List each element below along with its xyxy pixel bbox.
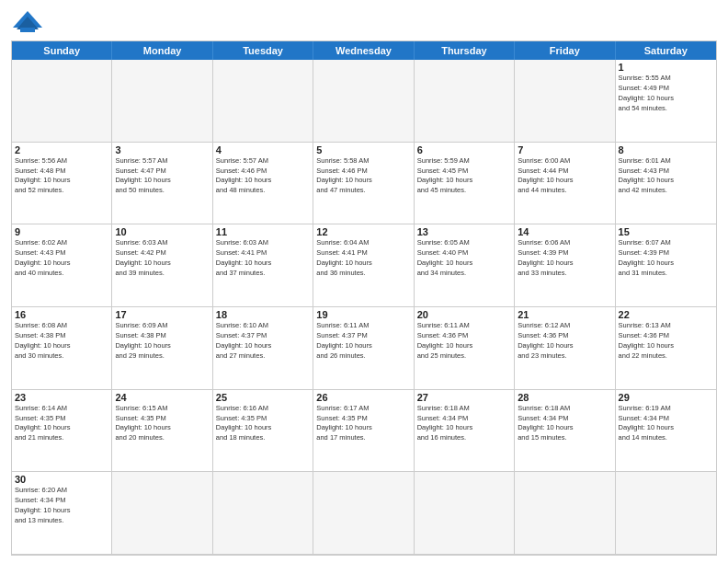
cell-number: 1 (619, 62, 713, 73)
header (11, 9, 717, 35)
cell-number: 22 (619, 309, 713, 320)
day-header-wednesday: Wednesday (313, 41, 414, 60)
cell-number: 7 (518, 144, 611, 155)
calendar-cell: 23Sunrise: 6:14 AM Sunset: 4:35 PM Dayli… (12, 390, 112, 473)
calendar-cell: 11Sunrise: 6:03 AM Sunset: 4:41 PM Dayli… (213, 224, 313, 307)
calendar-grid: 1Sunrise: 5:55 AM Sunset: 4:49 PM Daylig… (12, 60, 716, 555)
calendar-cell: 2Sunrise: 5:56 AM Sunset: 4:48 PM Daylig… (12, 143, 112, 225)
cell-info: Sunrise: 6:10 AM Sunset: 4:37 PM Dayligh… (216, 321, 310, 362)
calendar-cell: 30Sunrise: 6:20 AM Sunset: 4:34 PM Dayli… (12, 472, 112, 555)
calendar-cell: 27Sunrise: 6:18 AM Sunset: 4:34 PM Dayli… (415, 390, 515, 473)
cell-number: 5 (316, 144, 410, 155)
calendar-cell: 16Sunrise: 6:08 AM Sunset: 4:38 PM Dayli… (12, 307, 112, 390)
calendar-cell: 22Sunrise: 6:13 AM Sunset: 4:36 PM Dayli… (616, 307, 716, 390)
calendar-cell: 3Sunrise: 5:57 AM Sunset: 4:47 PM Daylig… (112, 143, 212, 225)
day-header-thursday: Thursday (415, 41, 515, 60)
cell-number: 27 (417, 392, 511, 403)
cell-info: Sunrise: 5:58 AM Sunset: 4:46 PM Dayligh… (316, 156, 410, 197)
cell-info: Sunrise: 6:03 AM Sunset: 4:42 PM Dayligh… (115, 238, 209, 279)
cell-number: 28 (518, 392, 611, 403)
calendar: SundayMondayTuesdayWednesdayThursdayFrid… (11, 40, 717, 556)
cell-number: 19 (316, 309, 410, 320)
cell-info: Sunrise: 6:08 AM Sunset: 4:38 PM Dayligh… (15, 321, 108, 362)
cell-number: 15 (619, 226, 713, 237)
calendar-cell: 19Sunrise: 6:11 AM Sunset: 4:37 PM Dayli… (313, 307, 414, 390)
cell-number: 8 (619, 144, 713, 155)
calendar-cell (415, 60, 515, 143)
cell-number: 18 (216, 309, 310, 320)
calendar-cell: 26Sunrise: 6:17 AM Sunset: 4:35 PM Dayli… (313, 390, 414, 473)
cell-number: 11 (216, 226, 310, 237)
cell-info: Sunrise: 6:09 AM Sunset: 4:38 PM Dayligh… (115, 321, 209, 362)
cell-info: Sunrise: 6:11 AM Sunset: 4:37 PM Dayligh… (316, 321, 410, 362)
day-header-monday: Monday (112, 41, 212, 60)
day-headers: SundayMondayTuesdayWednesdayThursdayFrid… (12, 41, 716, 60)
calendar-cell: 9Sunrise: 6:02 AM Sunset: 4:43 PM Daylig… (12, 224, 112, 307)
cell-info: Sunrise: 5:55 AM Sunset: 4:49 PM Dayligh… (619, 74, 713, 114)
cell-number: 14 (518, 226, 611, 237)
cell-info: Sunrise: 6:20 AM Sunset: 4:34 PM Dayligh… (15, 486, 108, 526)
cell-info: Sunrise: 6:13 AM Sunset: 4:36 PM Dayligh… (619, 321, 713, 362)
cell-number: 20 (417, 309, 511, 320)
calendar-cell: 20Sunrise: 6:11 AM Sunset: 4:36 PM Dayli… (415, 307, 515, 390)
cell-number: 6 (417, 144, 511, 155)
calendar-cell (12, 60, 112, 143)
calendar-cell: 10Sunrise: 6:03 AM Sunset: 4:42 PM Dayli… (112, 224, 212, 307)
calendar-cell (313, 60, 414, 143)
cell-info: Sunrise: 6:04 AM Sunset: 4:41 PM Dayligh… (316, 238, 410, 279)
cell-number: 29 (619, 392, 713, 403)
calendar-cell (112, 472, 212, 555)
calendar-cell: 18Sunrise: 6:10 AM Sunset: 4:37 PM Dayli… (213, 307, 313, 390)
cell-info: Sunrise: 6:03 AM Sunset: 4:41 PM Dayligh… (216, 238, 310, 279)
calendar-cell: 6Sunrise: 5:59 AM Sunset: 4:45 PM Daylig… (415, 143, 515, 225)
cell-number: 10 (115, 226, 209, 237)
calendar-cell: 29Sunrise: 6:19 AM Sunset: 4:34 PM Dayli… (616, 390, 716, 473)
calendar-cell (112, 60, 212, 143)
cell-number: 13 (417, 226, 511, 237)
cell-number: 17 (115, 309, 209, 320)
calendar-cell (313, 472, 414, 555)
cell-number: 4 (216, 144, 310, 155)
cell-number: 25 (216, 392, 310, 403)
cell-info: Sunrise: 6:18 AM Sunset: 4:34 PM Dayligh… (518, 404, 611, 444)
cell-number: 3 (115, 144, 209, 155)
calendar-cell: 1Sunrise: 5:55 AM Sunset: 4:49 PM Daylig… (616, 60, 716, 143)
cell-number: 16 (15, 309, 108, 320)
cell-number: 23 (15, 392, 108, 403)
day-header-sunday: Sunday (12, 41, 112, 60)
day-header-tuesday: Tuesday (213, 41, 313, 60)
cell-number: 2 (15, 144, 108, 155)
calendar-cell: 13Sunrise: 6:05 AM Sunset: 4:40 PM Dayli… (415, 224, 515, 307)
cell-info: Sunrise: 5:57 AM Sunset: 4:47 PM Dayligh… (115, 156, 209, 197)
calendar-cell: 12Sunrise: 6:04 AM Sunset: 4:41 PM Dayli… (313, 224, 414, 307)
calendar-cell (515, 472, 615, 555)
calendar-cell: 4Sunrise: 5:57 AM Sunset: 4:46 PM Daylig… (213, 143, 313, 225)
day-header-saturday: Saturday (616, 41, 716, 60)
cell-number: 26 (316, 392, 410, 403)
cell-info: Sunrise: 6:15 AM Sunset: 4:35 PM Dayligh… (115, 404, 209, 444)
calendar-cell: 7Sunrise: 6:00 AM Sunset: 4:44 PM Daylig… (515, 143, 615, 225)
cell-info: Sunrise: 6:16 AM Sunset: 4:35 PM Dayligh… (216, 404, 310, 444)
cell-info: Sunrise: 6:07 AM Sunset: 4:39 PM Dayligh… (619, 238, 713, 279)
cell-info: Sunrise: 6:14 AM Sunset: 4:35 PM Dayligh… (15, 404, 108, 444)
cell-info: Sunrise: 6:17 AM Sunset: 4:35 PM Dayligh… (316, 404, 410, 444)
cell-info: Sunrise: 5:56 AM Sunset: 4:48 PM Dayligh… (15, 156, 108, 197)
calendar-cell: 5Sunrise: 5:58 AM Sunset: 4:46 PM Daylig… (313, 143, 414, 225)
calendar-cell: 28Sunrise: 6:18 AM Sunset: 4:34 PM Dayli… (515, 390, 615, 473)
svg-rect-2 (20, 28, 35, 32)
cell-number: 9 (15, 226, 108, 237)
calendar-cell: 8Sunrise: 6:01 AM Sunset: 4:43 PM Daylig… (616, 143, 716, 225)
cell-info: Sunrise: 6:18 AM Sunset: 4:34 PM Dayligh… (417, 404, 511, 444)
calendar-cell: 17Sunrise: 6:09 AM Sunset: 4:38 PM Dayli… (112, 307, 212, 390)
page: SundayMondayTuesdayWednesdayThursdayFrid… (0, 0, 728, 563)
cell-info: Sunrise: 6:11 AM Sunset: 4:36 PM Dayligh… (417, 321, 511, 362)
cell-info: Sunrise: 5:59 AM Sunset: 4:45 PM Dayligh… (417, 156, 511, 197)
cell-number: 12 (316, 226, 410, 237)
calendar-cell: 25Sunrise: 6:16 AM Sunset: 4:35 PM Dayli… (213, 390, 313, 473)
cell-info: Sunrise: 6:06 AM Sunset: 4:39 PM Dayligh… (518, 238, 611, 279)
calendar-cell: 15Sunrise: 6:07 AM Sunset: 4:39 PM Dayli… (616, 224, 716, 307)
day-header-friday: Friday (515, 41, 615, 60)
calendar-cell: 21Sunrise: 6:12 AM Sunset: 4:36 PM Dayli… (515, 307, 615, 390)
cell-info: Sunrise: 5:57 AM Sunset: 4:46 PM Dayligh… (216, 156, 310, 197)
logo (11, 9, 48, 35)
